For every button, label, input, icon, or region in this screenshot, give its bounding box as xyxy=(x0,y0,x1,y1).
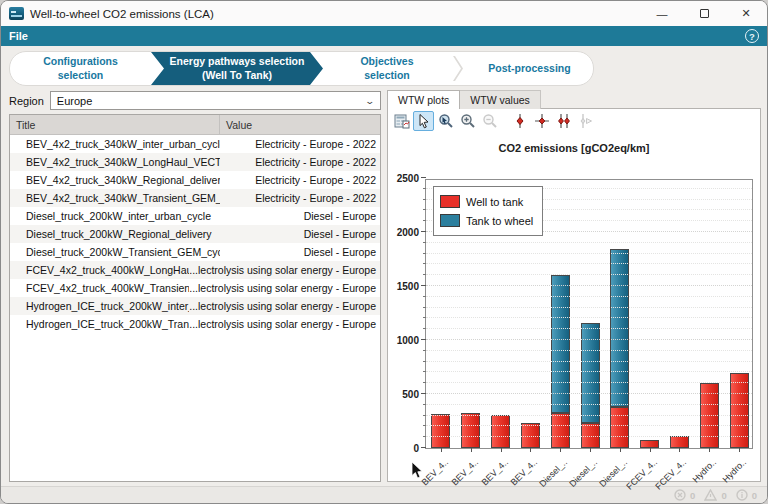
row-title: BEV_4x2_truck_340kW_Regional_delivery xyxy=(10,174,220,186)
bar-well-to-tank xyxy=(461,413,480,448)
column-header-value[interactable]: Value xyxy=(220,115,380,134)
column-header-title[interactable]: Title xyxy=(10,115,220,134)
x-tick xyxy=(471,448,472,452)
gridline xyxy=(426,242,752,243)
bar-well-to-tank xyxy=(491,415,510,448)
plot-browser-icon[interactable] xyxy=(391,111,412,131)
chevron-down-icon: ⌄ xyxy=(365,96,376,106)
plot-toolbar xyxy=(388,109,760,133)
x-tick xyxy=(560,448,561,452)
title-bar: Well-to-wheel CO2 emissions (LCA) — ✕ xyxy=(1,1,767,26)
table-row[interactable]: BEV_4x2_truck_340kW_LongHaul_VECTO_cycle… xyxy=(10,153,380,171)
zoom-out-icon[interactable] xyxy=(479,111,500,131)
table-body: BEV_4x2_truck_340kW_inter_urban_cycleEle… xyxy=(10,135,380,481)
x-tick xyxy=(650,448,651,452)
bar-well-to-tank xyxy=(431,414,450,448)
gridline xyxy=(426,263,752,264)
row-title: Hydrogen_ICE_truck_200kW_Transient_GEM_c… xyxy=(10,318,189,330)
x-tick xyxy=(441,448,442,452)
region-label: Region xyxy=(9,95,44,107)
row-title: Diesel_truck_200kW_Transient_GEM_cycle xyxy=(10,246,220,258)
y-tick-label: 0 xyxy=(389,443,419,454)
gridline xyxy=(426,296,752,297)
gridline xyxy=(426,350,752,351)
table-row[interactable]: Diesel_truck_200kW_Regional_deliveryDies… xyxy=(10,225,380,243)
close-button[interactable]: ✕ xyxy=(725,1,767,26)
zoom-in-icon[interactable] xyxy=(457,111,478,131)
x-tick xyxy=(501,448,502,452)
chart-legend: Well to tank Tank to wheel xyxy=(433,186,543,236)
maximize-icon xyxy=(700,9,709,18)
bar-well-to-tank xyxy=(610,407,629,448)
legend-label-tank-to-wheel: Tank to wheel xyxy=(466,215,533,227)
menu-file[interactable]: File xyxy=(9,30,28,42)
cursor-play-icon[interactable] xyxy=(575,111,596,131)
tab-wtw-plots[interactable]: WTW plots xyxy=(387,90,460,109)
maximize-button[interactable] xyxy=(683,1,725,26)
step-energy-pathways-selection[interactable]: Energy pathways selection (Well To Tank) xyxy=(151,52,323,85)
plot-area: Hydro..694Hydro..603FCEV_4..FCEV_4..Dies… xyxy=(425,179,753,449)
table-row[interactable]: BEV_4x2_truck_340kW_Transient_GEM_cycleE… xyxy=(10,189,380,207)
menu-bar: File ? xyxy=(1,26,767,46)
y-tick-label: 2000 xyxy=(389,227,419,238)
y-tick xyxy=(421,447,426,448)
step-separator-chevron-icon xyxy=(451,52,467,85)
row-value: ...lectrolysis using solar energy - Euro… xyxy=(189,318,380,330)
crosshair-cursor-icon[interactable] xyxy=(531,111,552,131)
data-cursor-icon[interactable] xyxy=(509,111,530,131)
gridline xyxy=(426,253,752,254)
row-value: ...lectrolysis using solar energy - Euro… xyxy=(189,264,380,276)
table-header: Title Value xyxy=(10,115,380,135)
step-post-processing[interactable]: Post-processing xyxy=(467,52,592,85)
gridline xyxy=(426,425,752,426)
arrow-cursor-icon[interactable] xyxy=(413,111,434,131)
legend-label-well-to-tank: Well to tank xyxy=(466,196,523,208)
app-logo-icon xyxy=(9,7,24,20)
gridline xyxy=(426,415,752,416)
pathways-panel: Region Europe ⌄ Title Value BEV_4x2_truc… xyxy=(9,90,381,482)
table-row[interactable]: FCEV_4x2_truck_400kW_Transient_GEM_cycle… xyxy=(10,279,380,297)
row-title: FCEV_4x2_truck_400kW_LongHaul_VECTO_cycl… xyxy=(10,264,189,276)
row-title: BEV_4x2_truck_340kW_Transient_GEM_cycle xyxy=(10,192,220,204)
row-value: ...lectrolysis using solar energy - Euro… xyxy=(189,282,380,294)
x-tick xyxy=(530,448,531,452)
pathways-table: Title Value BEV_4x2_truck_340kW_inter_ur… xyxy=(9,114,381,482)
gridline xyxy=(426,393,752,394)
dual-cursor-icon[interactable] xyxy=(553,111,574,131)
tab-wtw-values[interactable]: WTW values xyxy=(460,90,541,109)
info-count: 0 xyxy=(752,490,757,501)
warning-count: 0 xyxy=(721,490,726,501)
table-row[interactable]: Diesel_truck_200kW_Transient_GEM_cycleDi… xyxy=(10,243,380,261)
table-row[interactable]: Hydrogen_ICE_truck_200kW_Transient_GEM_c… xyxy=(10,315,380,333)
row-value: Electricity - Europe - 2022 xyxy=(220,156,380,168)
gridline xyxy=(426,382,752,383)
step-configurations-selection[interactable]: Configurations selection xyxy=(10,52,151,85)
gridline xyxy=(426,436,752,437)
minimize-button[interactable]: — xyxy=(641,1,683,26)
row-value: Electricity - Europe - 2022 xyxy=(220,174,380,186)
zoom-select-icon[interactable] xyxy=(435,111,456,131)
step-objectives-selection[interactable]: Objectives selection xyxy=(323,52,451,85)
table-row[interactable]: Hydrogen_ICE_truck_200kW_inter_urban_cyc… xyxy=(10,297,380,315)
row-title: FCEV_4x2_truck_400kW_Transient_GEM_cycle xyxy=(10,282,189,294)
y-tick xyxy=(421,177,426,178)
table-row[interactable]: BEV_4x2_truck_340kW_Regional_deliveryEle… xyxy=(10,171,380,189)
chart-canvas: CO2 emissions [gCO2eq/km] Hydro..694Hydr… xyxy=(388,133,760,481)
gridline xyxy=(426,371,752,372)
row-value: Diesel - Europe xyxy=(220,228,380,240)
legend-swatch-tank-to-wheel xyxy=(440,214,460,227)
row-title: Diesel_truck_200kW_inter_urban_cycle xyxy=(10,210,220,222)
app-window: Well-to-wheel CO2 emissions (LCA) — ✕ Fi… xyxy=(0,0,768,504)
x-tick xyxy=(739,448,740,452)
row-value: Electricity - Europe - 2022 xyxy=(220,192,380,204)
table-row[interactable]: BEV_4x2_truck_340kW_inter_urban_cycleEle… xyxy=(10,135,380,153)
region-select[interactable]: Europe ⌄ xyxy=(50,91,381,110)
table-row[interactable]: Diesel_truck_200kW_inter_urban_cycleDies… xyxy=(10,207,380,225)
table-row[interactable]: FCEV_4x2_truck_400kW_LongHaul_VECTO_cycl… xyxy=(10,261,380,279)
bar-well-to-tank xyxy=(670,436,689,448)
help-icon[interactable]: ? xyxy=(745,29,759,43)
x-tick xyxy=(620,448,621,452)
window-title: Well-to-wheel CO2 emissions (LCA) xyxy=(30,8,214,20)
row-title: BEV_4x2_truck_340kW_inter_urban_cycle xyxy=(10,138,220,150)
y-tick-label: 500 xyxy=(389,389,419,400)
